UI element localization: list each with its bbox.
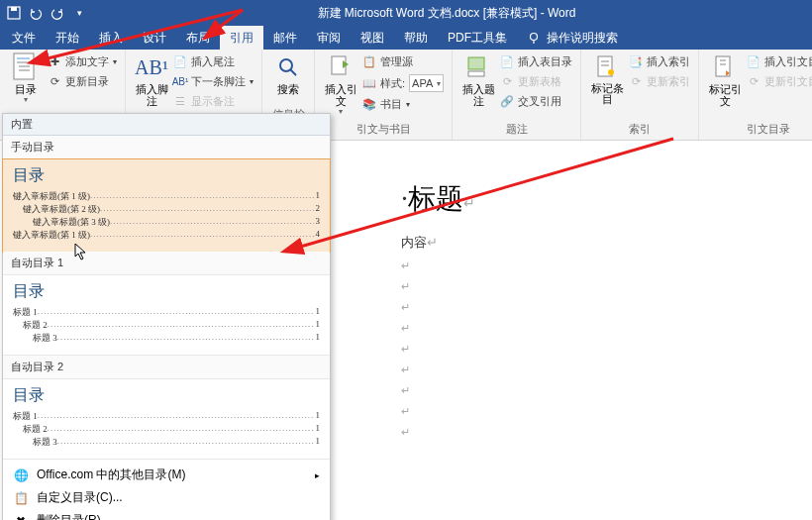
dd-section-auto2: 自动目录 2	[3, 356, 330, 379]
mark-citation-button[interactable]: 标记引文	[705, 52, 745, 107]
citation-icon	[327, 53, 355, 81]
toc-preview-line: 标题 2....................................…	[13, 423, 320, 436]
update-icon: ⟳	[48, 75, 61, 89]
mark-citation-label: 标记引文	[705, 83, 745, 107]
toc-preview-line: 标题 2....................................…	[13, 319, 320, 332]
tab-layout[interactable]: 布局	[176, 26, 220, 50]
redo-icon[interactable]	[50, 5, 65, 21]
paragraph-mark: ↵	[401, 301, 718, 314]
update-authorities-button[interactable]: ⟳更新引文目录	[745, 73, 812, 90]
paragraph-mark: ↵	[401, 405, 718, 418]
toc-preview-line: 键入章标题(第 3 级)............................…	[13, 216, 320, 229]
search-icon	[274, 53, 302, 81]
dd-section-manual: 手动目录	[3, 136, 330, 159]
crossref-icon: 🔗	[500, 95, 514, 109]
table-fig-icon: 📄	[500, 55, 514, 69]
search-label: 搜索	[277, 83, 299, 95]
document-body[interactable]: 内容↵	[401, 234, 718, 252]
toc-preview-line: 标题 3....................................…	[13, 332, 320, 345]
svg-rect-12	[468, 57, 484, 69]
toc-preview-auto2[interactable]: 目录 标题 1.................................…	[3, 379, 330, 460]
manage-sources-button[interactable]: 📋管理源	[360, 53, 446, 70]
insert-citation-label: 插入引文	[321, 83, 360, 107]
document-heading[interactable]: ·标题↵	[401, 180, 718, 218]
tab-references[interactable]: 引用	[220, 26, 263, 50]
document-area[interactable]: ·标题↵ 内容↵ ↵ ↵ ↵ ↵ ↵ ↵ ↵ ↵ ↵	[332, 141, 812, 520]
toc-preview-manual[interactable]: 目录 键入章标题(第 1 级).........................…	[2, 158, 331, 253]
group-authorities: 标记引文 📄插入引文目录 ⟳更新引文目录 引文目录	[699, 50, 812, 140]
paragraph-mark: ↵	[401, 384, 718, 397]
svg-rect-13	[468, 71, 484, 76]
insert-caption-button[interactable]: 插入题注	[458, 52, 498, 107]
dd-section-auto1: 自动目录 1	[3, 252, 330, 275]
dd-office-more[interactable]: 🌐Office.com 中的其他目录(M)▸	[3, 464, 330, 486]
bibliography-button[interactable]: 📚书目 ▾	[360, 96, 446, 113]
save-icon[interactable]	[6, 5, 22, 21]
insert-table-fig-button[interactable]: 📄插入表目录	[498, 53, 574, 70]
tab-view[interactable]: 视图	[351, 26, 394, 50]
chevron-down-icon: ▾	[339, 107, 343, 116]
dd-custom-toc[interactable]: 📋自定义目录(C)...	[3, 486, 330, 509]
toc-preview-line: 标题 1....................................…	[13, 306, 320, 319]
style-select[interactable]: APA▾	[409, 74, 444, 92]
tab-design[interactable]: 设计	[133, 26, 176, 50]
next-footnote-button[interactable]: AB¹下一条脚注 ▾	[171, 73, 255, 90]
update-index-button[interactable]: ⟳更新索引	[627, 73, 692, 90]
insert-index-button[interactable]: 📑插入索引	[627, 53, 692, 70]
tell-me[interactable]: 操作说明搜索	[517, 26, 628, 50]
mark-entry-icon	[593, 53, 621, 81]
insert-footnote-button[interactable]: AB¹ 插入脚注	[132, 52, 171, 107]
qat-dropdown-icon[interactable]: ▾	[71, 5, 87, 21]
mark-entry-label: 标记条目	[587, 83, 627, 105]
add-text-button[interactable]: ✚添加文字 ▾	[46, 53, 119, 70]
toc-preview-title: 目录	[13, 385, 320, 406]
update-table-icon: ⟳	[500, 75, 514, 89]
tab-insert[interactable]: 插入	[89, 26, 133, 50]
tab-pdftools[interactable]: PDF工具集	[438, 26, 517, 50]
show-notes-icon: ☰	[173, 95, 187, 109]
citation-style-dropdown[interactable]: 📖 样式: APA▾	[360, 73, 446, 93]
tab-mailings[interactable]: 邮件	[263, 26, 307, 50]
group-citations: 插入引文 ▾ 📋管理源 📖 样式: APA▾ 📚书目 ▾ 引文与书目	[315, 50, 453, 140]
add-text-icon: ✚	[48, 55, 61, 69]
caption-icon	[464, 53, 492, 81]
paragraph-mark: ↵	[401, 426, 718, 439]
tab-home[interactable]: 开始	[46, 26, 89, 50]
toc-icon	[12, 53, 40, 81]
insert-authorities-button[interactable]: 📄插入引文目录	[745, 53, 812, 70]
crossref-button[interactable]: 🔗交叉引用	[498, 93, 574, 110]
toc-preview-line: 标题 3....................................…	[13, 436, 320, 449]
manage-icon: 📋	[362, 55, 376, 69]
search-button[interactable]: 搜索	[268, 52, 308, 95]
toc-dropdown: 内置 手动目录 目录 键入章标题(第 1 级).................…	[2, 113, 331, 520]
update-auth-icon: ⟳	[747, 75, 761, 89]
tab-review[interactable]: 审阅	[307, 26, 351, 50]
update-toc-button[interactable]: ⟳更新目录	[46, 73, 119, 90]
insert-endnote-button[interactable]: 📄插入尾注	[171, 53, 255, 70]
svg-point-2	[531, 34, 538, 41]
update-table-button[interactable]: ⟳更新表格	[498, 73, 574, 90]
quick-access-toolbar: ▾	[6, 5, 87, 21]
tell-me-label: 操作说明搜索	[547, 30, 618, 47]
toc-preview-line: 键入章标题(第 2 级)............................…	[13, 203, 320, 216]
insert-footnote-label: 插入脚注	[132, 83, 171, 107]
group-citations-label: 引文与书目	[321, 120, 446, 140]
document-page[interactable]: ·标题↵ 内容↵ ↵ ↵ ↵ ↵ ↵ ↵ ↵ ↵ ↵	[352, 151, 767, 468]
toc-preview-line: 键入章标题(第 1 级)............................…	[13, 229, 320, 242]
dd-menu: 🌐Office.com 中的其他目录(M)▸ 📋自定义目录(C)... ✖删除目…	[3, 460, 330, 520]
toc-preview-auto1[interactable]: 目录 标题 1.................................…	[3, 275, 330, 356]
insert-index-icon: 📑	[629, 55, 643, 69]
title-bar: ▾ 新建 Microsoft Word 文档.docx [兼容模式] - Wor…	[0, 0, 812, 26]
tab-help[interactable]: 帮助	[394, 26, 438, 50]
insert-caption-label: 插入题注	[458, 83, 498, 107]
tab-file[interactable]: 文件	[2, 26, 46, 50]
toc-button[interactable]: 目录 ▾	[6, 52, 46, 104]
show-notes-button[interactable]: ☰显示备注	[171, 93, 255, 110]
insert-citation-button[interactable]: 插入引文 ▾	[321, 52, 360, 116]
paragraph-mark: ↵	[401, 322, 718, 335]
undo-icon[interactable]	[28, 5, 44, 21]
insert-auth-icon: 📄	[747, 55, 761, 69]
dd-remove-toc[interactable]: ✖删除目录(R)	[3, 509, 330, 520]
mark-entry-button[interactable]: 标记条目	[587, 52, 627, 105]
toc-preview-line: 标题 1....................................…	[13, 410, 320, 423]
